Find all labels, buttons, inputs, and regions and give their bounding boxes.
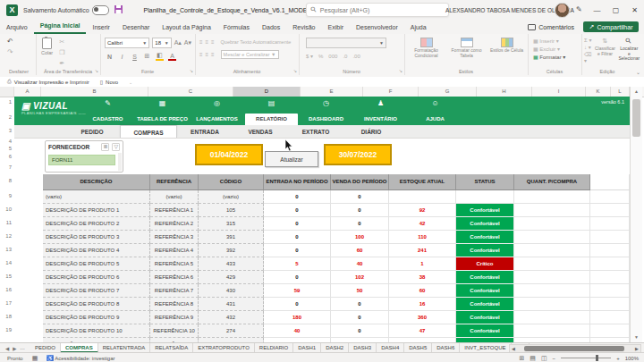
- cell-entrada[interactable]: 180: [264, 311, 331, 324]
- cell-quant[interactable]: [514, 271, 590, 284]
- comments-button[interactable]: Comentários: [524, 21, 578, 32]
- cell-descricao[interactable]: DESCRIÇÃO DE PRODUTO 10: [43, 324, 150, 338]
- cell-estoque[interactable]: 110: [389, 231, 456, 244]
- select-all-corner[interactable]: [0, 87, 14, 97]
- edit-pen-icon[interactable]: ✎: [576, 5, 582, 13]
- zoom-in-icon[interactable]: +: [616, 356, 620, 361]
- conditional-formatting-button[interactable]: Formatação Condicional: [406, 38, 446, 58]
- column-header-k[interactable]: K: [586, 87, 611, 97]
- macro-record-icon[interactable]: ▦: [32, 355, 38, 362]
- cell-codigo[interactable]: 431: [199, 298, 264, 311]
- row-header-10[interactable]: 10: [0, 206, 12, 212]
- cell-descricao[interactable]: DESCRIÇÃO DE PRODUTO 9: [43, 311, 150, 324]
- vertical-scrollbar[interactable]: ▲ ▼: [630, 87, 642, 342]
- cell-referencia[interactable]: REFERÊNCIA 7: [150, 284, 199, 298]
- thousands-format-icon[interactable]: 000: [328, 54, 337, 59]
- start-date-cell[interactable]: 01/04/2022: [195, 144, 263, 165]
- italic-button[interactable]: I: [118, 54, 126, 60]
- excel-app-icon[interactable]: X: [6, 4, 18, 16]
- font-name-select[interactable]: Calibri▼: [105, 38, 149, 48]
- row-header-2[interactable]: 2: [0, 114, 12, 120]
- cell-descricao[interactable]: (vazio): [43, 190, 150, 204]
- row-header-4[interactable]: 4: [0, 139, 12, 144]
- autosum-icon[interactable]: Σ ▾: [584, 37, 591, 43]
- cell-venda[interactable]: 0: [331, 204, 389, 217]
- accessibility-status[interactable]: ♿ Acessibilidade: investigar: [47, 355, 114, 361]
- table-col-descricao[interactable]: DESCRIÇÃO: [43, 174, 150, 190]
- insert-cells-button[interactable]: ▦ Inserir ▾: [533, 38, 581, 44]
- cell-status[interactable]: Confortável: [456, 204, 514, 217]
- ribbon-tab-layout-da-pagina[interactable]: Layout da Página: [156, 21, 217, 34]
- sort-filter-button[interactable]: ⇅ Classificar e Filtrar: [595, 37, 614, 63]
- align-bottom-icon[interactable]: ≡: [211, 38, 215, 46]
- hscroll-left-icon[interactable]: ◀: [510, 346, 517, 351]
- report-tab-extrato[interactable]: EXTRATO: [288, 125, 343, 138]
- scroll-down-icon[interactable]: ▼: [631, 333, 642, 342]
- cell-codigo[interactable]: 430: [199, 284, 264, 298]
- cell-referencia[interactable]: REFERÊNCIA 5: [150, 257, 199, 271]
- zoom-out-icon[interactable]: −: [553, 356, 556, 361]
- underline-button[interactable]: S: [131, 54, 139, 60]
- cell-venda[interactable]: 50: [331, 284, 389, 298]
- cell-codigo[interactable]: 274: [199, 324, 264, 338]
- report-tab-vendas[interactable]: VENDAS: [233, 125, 288, 138]
- slicer-item-forn11[interactable]: FORN11: [48, 155, 115, 165]
- cell-estoque[interactable]: [389, 190, 456, 204]
- cell-referencia[interactable]: REFERÊNCIA 10: [150, 324, 199, 338]
- cell-venda[interactable]: 0: [331, 217, 389, 231]
- share-button[interactable]: ↗ Compartilhar: [583, 21, 639, 32]
- print-preview-button[interactable]: ⎙ Visualizar Impressão e Imprimir: [7, 79, 89, 85]
- hscroll-right-icon[interactable]: ▶: [633, 346, 640, 351]
- cell-venda[interactable]: 0: [331, 298, 389, 311]
- merge-center-button[interactable]: Mesclar e Centralizar ▼: [221, 50, 279, 59]
- row-header-5[interactable]: 5: [0, 146, 12, 151]
- column-header-i[interactable]: I: [532, 87, 586, 97]
- cell-descricao[interactable]: DESCRIÇÃO DE PRODUTO 8: [43, 298, 150, 311]
- undo-icon[interactable]: ↶: [7, 38, 36, 46]
- column-header-f[interactable]: F: [363, 87, 419, 97]
- cell-codigo[interactable]: 432: [199, 311, 264, 324]
- toggle-pill-icon[interactable]: [92, 5, 109, 15]
- ribbon-tab-inserir[interactable]: Inserir: [86, 21, 115, 34]
- font-color-icon[interactable]: A: [168, 53, 176, 61]
- page-break-view-icon[interactable]: ◫: [541, 355, 547, 362]
- align-top-icon[interactable]: ≡: [199, 38, 203, 46]
- table-col-entrada-no-periodo[interactable]: ENTRADA NO PERÍODO: [264, 174, 331, 190]
- cell-codigo[interactable]: 391: [199, 231, 264, 244]
- row-header-13[interactable]: 13: [0, 247, 12, 252]
- cell-descricao[interactable]: DESCRIÇÃO DE PRODUTO 3: [43, 231, 150, 244]
- vertical-scroll-thumb[interactable]: [632, 99, 640, 137]
- zoom-slider[interactable]: [561, 358, 611, 358]
- row-header-17[interactable]: 17: [0, 300, 12, 306]
- cell-estoque[interactable]: 38: [389, 271, 456, 284]
- normal-view-icon[interactable]: ⊞: [519, 355, 524, 362]
- cell-referencia[interactable]: REFERÊNCIA 6: [150, 271, 199, 284]
- column-header-b[interactable]: B: [41, 87, 148, 97]
- nav-item-inventario[interactable]: ♟INVENTÁRIO: [353, 97, 408, 125]
- cell-codigo[interactable]: 429: [199, 271, 264, 284]
- delete-cells-button[interactable]: ▦ Excluir ▾: [533, 46, 581, 52]
- scroll-up-icon[interactable]: ▲: [631, 87, 642, 97]
- cell-quant[interactable]: [514, 231, 590, 244]
- ribbon-tab-exibir[interactable]: Exibir: [322, 21, 351, 34]
- report-tab-diario[interactable]: DIÁRIO: [343, 125, 399, 138]
- nav-item-tabela-de-preco[interactable]: ▦TABELA DE PREÇO: [135, 97, 190, 125]
- column-header-g[interactable]: G: [419, 87, 477, 97]
- cell-status[interactable]: Crítico: [456, 257, 514, 271]
- cell-quant[interactable]: [514, 217, 590, 231]
- column-header-h[interactable]: H: [477, 87, 532, 97]
- row-header-3[interactable]: 3: [0, 128, 12, 133]
- close-button[interactable]: ✕: [625, 0, 644, 20]
- maximize-button[interactable]: ▢: [606, 0, 625, 20]
- cell-descricao[interactable]: DESCRIÇÃO DE PRODUTO 6: [43, 271, 150, 284]
- cut-icon[interactable]: ✂: [59, 38, 64, 46]
- cell-descricao[interactable]: DESCRIÇÃO DE PRODUTO 1: [43, 204, 150, 217]
- cell-estoque[interactable]: 60: [389, 284, 456, 298]
- qat-customize-icon[interactable]: ⌄: [129, 80, 132, 85]
- align-middle-icon[interactable]: ≡: [206, 38, 209, 46]
- cell-quant[interactable]: [514, 298, 590, 311]
- cell-entrada[interactable]: 0: [264, 204, 331, 217]
- row-header-8[interactable]: 8: [0, 178, 12, 183]
- row-header-7[interactable]: 7: [0, 164, 12, 170]
- ribbon-tab-desenhar[interactable]: Desenhar: [116, 21, 156, 34]
